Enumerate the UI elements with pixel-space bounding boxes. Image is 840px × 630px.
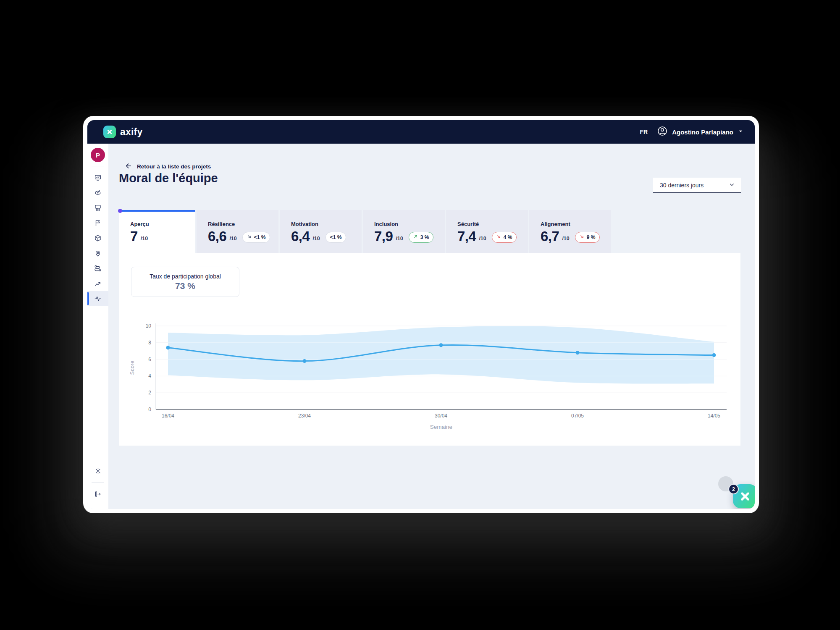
tab-alignement[interactable]: Alignement6,7/109 %: [529, 210, 611, 253]
tab-label: Alignement: [541, 221, 611, 227]
tab-score: 6,6: [208, 229, 226, 243]
trend-down-icon: [247, 234, 252, 240]
trend-text: 3 %: [420, 234, 429, 240]
x-axis-title: Semaine: [430, 424, 452, 430]
y-tick-label: 0: [148, 407, 151, 412]
tab-score-max: /10: [562, 236, 569, 242]
trend-down-icon: [247, 234, 252, 240]
sidebar-item-route[interactable]: [87, 261, 108, 276]
tab-score-max: /10: [229, 236, 236, 242]
brand: axify: [103, 126, 142, 138]
axify-x-icon: [105, 128, 114, 136]
sidebar-item-flag[interactable]: [87, 215, 108, 231]
user-circle-icon: [657, 126, 668, 136]
tab-score: 7: [130, 229, 138, 243]
tab-value-row: 6,6/10<1 %: [208, 229, 278, 243]
y-tick-label: 6: [148, 357, 151, 362]
main-content: Retour à la liste des projets Moral de l…: [108, 144, 755, 509]
trend-badge: 3 %: [409, 232, 434, 243]
sidebar-item-dashboard[interactable]: [87, 170, 108, 185]
caret-down-icon: [738, 128, 744, 134]
participation-label: Taux de participation global: [150, 273, 221, 280]
nav-right: FR Agostino Parlapiano: [640, 126, 744, 138]
tab-motivation[interactable]: Motivation6,4/10<1 %: [280, 210, 362, 253]
y-tick-label: 10: [146, 323, 152, 329]
sidebar-item-package[interactable]: [87, 231, 108, 246]
data-point-07/05: [576, 351, 580, 354]
sidebar-item-location[interactable]: [87, 246, 108, 261]
axify-x-icon: [737, 488, 753, 504]
tab-label: Résilience: [208, 221, 278, 227]
sidebar-item-trend[interactable]: [87, 276, 108, 291]
tab-score-max: /10: [479, 236, 486, 242]
tab-value-row: 7,9/103 %: [374, 229, 445, 243]
period-dropdown-value: 30 derniers jours: [660, 182, 704, 189]
team-moral-chart: 024681016/0423/0430/0407/0514/05ScoreSem…: [127, 312, 732, 438]
active-tab-indicator: [119, 210, 195, 212]
user-circle-icon: [657, 126, 668, 138]
tab-score-max: /10: [141, 236, 148, 242]
trend-badge: <1 %: [326, 232, 346, 243]
y-axis-title: Score: [129, 361, 135, 375]
trend-icon: [94, 280, 102, 287]
back-link[interactable]: Retour à la liste des projets: [125, 162, 211, 171]
caret-down-icon: [738, 128, 744, 136]
trend-down-icon: [496, 234, 502, 240]
sidebar-item-team[interactable]: [87, 200, 108, 215]
flow-icon: [94, 189, 102, 197]
period-dropdown[interactable]: 30 derniers jours: [653, 178, 741, 193]
x-tick-label: 07/05: [571, 413, 584, 419]
tab-apercu[interactable]: Aperçu7/10: [119, 210, 195, 253]
tab-label: Motivation: [291, 221, 362, 227]
tab-inclusion[interactable]: Inclusion7,9/103 %: [363, 210, 445, 253]
trend-up-icon: [413, 234, 419, 240]
back-link-label: Retour à la liste des projets: [137, 163, 211, 170]
trend-text: <1 %: [254, 234, 266, 240]
minmax-band: [168, 326, 714, 383]
trend-badge: 4 %: [492, 232, 517, 243]
sidebar: P: [87, 144, 108, 509]
trend-down-icon: [580, 234, 585, 240]
trend-down-icon: [580, 234, 585, 240]
top-nav: axify FR Agostino Parlapiano: [87, 120, 755, 144]
page-title: Moral de l'équipe: [119, 171, 218, 185]
data-point-30/04: [439, 343, 443, 347]
chevron-down-icon: [729, 181, 735, 188]
y-tick-label: 2: [148, 390, 151, 396]
trend-badge: 9 %: [575, 232, 600, 243]
trend-up-icon: [413, 234, 419, 240]
tab-securite[interactable]: Sécurité7,4/104 %: [446, 210, 528, 253]
active-tab-dot: [118, 209, 122, 213]
tab-resilience[interactable]: Résilience6,6/10<1 %: [197, 210, 278, 253]
package-icon: [94, 234, 102, 242]
language-selector[interactable]: FR: [640, 129, 648, 135]
route-icon: [94, 265, 102, 272]
location-icon: [94, 249, 102, 257]
sidebar-item-pulse[interactable]: [87, 291, 108, 306]
tab-label: Inclusion: [374, 221, 445, 227]
sidebar-item-collapse[interactable]: [87, 486, 108, 501]
tab-label: Sécurité: [457, 221, 528, 227]
x-tick-label: 16/04: [162, 413, 174, 419]
sidebar-item-settings[interactable]: [87, 463, 108, 478]
trend-down-icon: [496, 234, 502, 240]
tab-value-row: 6,4/10<1 %: [291, 229, 362, 243]
participation-value: 73 %: [175, 281, 195, 291]
app-window: axify FR Agostino Parlapiano P: [83, 116, 759, 513]
data-point-16/04: [166, 346, 170, 349]
x-tick-label: 14/05: [708, 413, 720, 419]
trend-badge: <1 %: [242, 232, 270, 243]
user-name: Agostino Parlapiano: [672, 129, 733, 136]
sidebar-divider: [92, 166, 104, 166]
y-tick-label: 8: [148, 340, 151, 346]
tab-score: 6,7: [541, 229, 559, 243]
user-menu[interactable]: Agostino Parlapiano: [657, 126, 744, 138]
project-avatar[interactable]: P: [91, 148, 105, 162]
pulse-icon: [94, 295, 102, 302]
sidebar-divider: [92, 482, 104, 483]
sidebar-item-flow[interactable]: [87, 185, 108, 200]
x-tick-label: 23/04: [298, 413, 311, 419]
data-point-23/04: [303, 359, 307, 363]
app-frame: axify FR Agostino Parlapiano P: [87, 120, 755, 509]
data-point-14/05: [712, 353, 716, 357]
